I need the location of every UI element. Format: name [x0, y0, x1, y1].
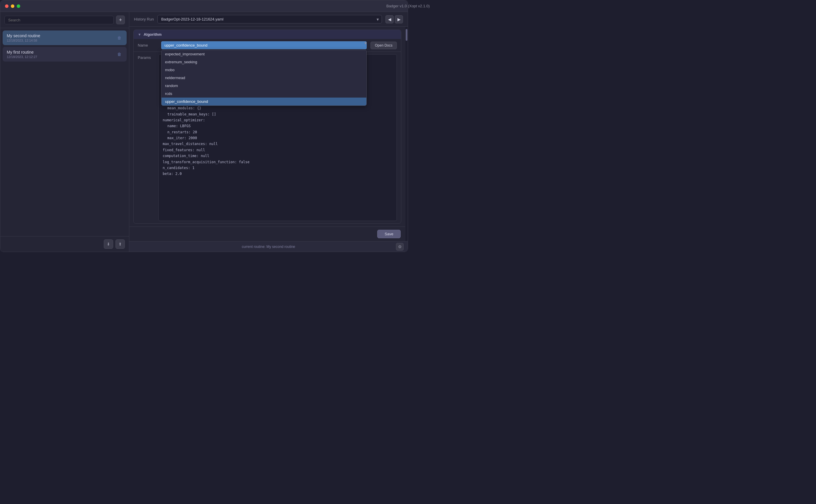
collapse-icon: ▼ — [138, 33, 141, 37]
vertical-scrollbar[interactable] — [405, 27, 408, 241]
routine-item[interactable]: My first routine 12/18/2023, 12:12:27 🗑 — [3, 47, 127, 62]
status-bar: current routine: My second routine ⚙ — [129, 241, 408, 252]
import-icon: ⬇ — [107, 242, 110, 246]
sidebar: + My second routine 12/18/2023, 12:14:58… — [0, 12, 129, 252]
titlebar: Badger v1.0 (Xopt v2.1.0) — [0, 0, 408, 12]
algorithm-title: Algorithm — [144, 32, 161, 37]
history-run-dropdown[interactable]: BadgerOpt-2023-12-18-121624.yaml — [157, 15, 382, 23]
nav-buttons: ◀ ▶ — [385, 15, 403, 23]
status-text: current routine: My second routine — [242, 245, 295, 249]
routine-list: My second routine 12/18/2023, 12:14:58 🗑… — [0, 28, 129, 236]
params-line: max_travel_distances: null — [163, 141, 392, 147]
minimize-button[interactable] — [11, 4, 14, 8]
params-line: n_restarts: 20 — [163, 129, 392, 135]
save-button[interactable]: Save — [377, 230, 401, 238]
params-line: computation_time: null — [163, 153, 392, 159]
params-line: trainable_mean_keys: [] — [163, 111, 392, 117]
algorithm-header[interactable]: ▼ Algorithm — [134, 30, 401, 39]
export-icon: ⬆ — [118, 242, 122, 246]
params-line: n_candidates: 1 — [163, 165, 392, 171]
name-dropdown-wrapper: upper_confidence_bound expected_improvem… — [161, 41, 367, 49]
params-line: fixed_features: null — [163, 147, 392, 153]
gear-icon: ⚙ — [398, 244, 402, 249]
algorithm-dropdown-list: expected_improvement extremum_seeking mo… — [161, 50, 367, 106]
settings-button[interactable]: ⚙ — [396, 243, 404, 251]
sidebar-footer: ⬇ ⬆ — [0, 236, 129, 252]
scrollbar-thumb — [406, 29, 407, 41]
routine-date: 12/18/2023, 12:14:58 — [7, 39, 40, 42]
scroll-container: ▼ Algorithm Name upper_confidence_bound — [129, 27, 408, 241]
right-panel: History Run BadgerOpt-2023-12-18-121624.… — [129, 12, 408, 252]
params-label: Params — [138, 54, 158, 221]
history-dropdown-wrapper: BadgerOpt-2023-12-18-121624.yaml ▼ — [157, 15, 382, 23]
bottom-bar: Save — [129, 227, 405, 241]
add-routine-button[interactable]: + — [116, 16, 125, 24]
history-run-label: History Run — [134, 17, 154, 21]
close-button[interactable] — [5, 4, 9, 8]
delete-routine-icon[interactable]: 🗑 — [116, 51, 123, 58]
dropdown-item-upper-confidence-bound[interactable]: upper_confidence_bound — [161, 98, 366, 105]
import-button[interactable]: ⬇ — [104, 239, 113, 249]
main-content: + My second routine 12/18/2023, 12:14:58… — [0, 12, 408, 252]
params-line: name: LBFGS — [163, 123, 392, 129]
algorithm-name-select[interactable]: upper_confidence_bound — [161, 41, 367, 49]
delete-routine-icon[interactable]: 🗑 — [116, 34, 123, 41]
chevron-left-icon: ◀ — [388, 17, 391, 22]
dropdown-item-mobo[interactable]: mobo — [161, 66, 366, 74]
history-run-row: History Run BadgerOpt-2023-12-18-121624.… — [129, 12, 408, 27]
name-row: Name upper_confidence_bound expected_imp… — [134, 39, 401, 52]
params-line: mean_modules: {} — [163, 105, 392, 111]
routine-name: My first routine — [7, 50, 37, 55]
routine-date: 12/18/2023, 12:12:27 — [7, 55, 37, 59]
traffic-lights — [5, 4, 20, 8]
open-docs-button[interactable]: Open Docs — [370, 42, 397, 49]
next-button[interactable]: ▶ — [395, 15, 403, 23]
dropdown-item-extremum-seeking[interactable]: extremum_seeking — [161, 58, 366, 66]
routine-name: My second routine — [7, 33, 40, 38]
export-button[interactable]: ⬆ — [115, 239, 125, 249]
search-input[interactable] — [4, 16, 114, 24]
maximize-button[interactable] — [17, 4, 20, 8]
params-line: log_transform_acquisition_function: fals… — [163, 159, 392, 165]
routine-item[interactable]: My second routine 12/18/2023, 12:14:58 🗑 — [3, 30, 127, 45]
prev-button[interactable]: ◀ — [385, 15, 394, 23]
chevron-right-icon: ▶ — [397, 17, 401, 22]
dropdown-item-neldermead[interactable]: neldermead — [161, 74, 366, 82]
algorithm-section: ▼ Algorithm Name upper_confidence_bound — [133, 30, 401, 224]
main-window: Badger v1.0 (Xopt v2.1.0) + My second ro… — [0, 0, 408, 252]
dropdown-item-random[interactable]: random — [161, 82, 366, 90]
dropdown-item-rcds[interactable]: rcds — [161, 90, 366, 98]
window-title: Badger v1.0 (Xopt v2.1.0) — [386, 4, 408, 8]
params-line: beta: 2.0 — [163, 171, 392, 177]
name-field-label: Name — [138, 43, 158, 47]
search-bar: + — [0, 12, 129, 28]
params-line: numerical_optimizer: — [163, 117, 392, 123]
params-line: max_iter: 2000 — [163, 135, 392, 141]
dropdown-item-expected-improvement[interactable]: expected_improvement — [161, 50, 366, 58]
